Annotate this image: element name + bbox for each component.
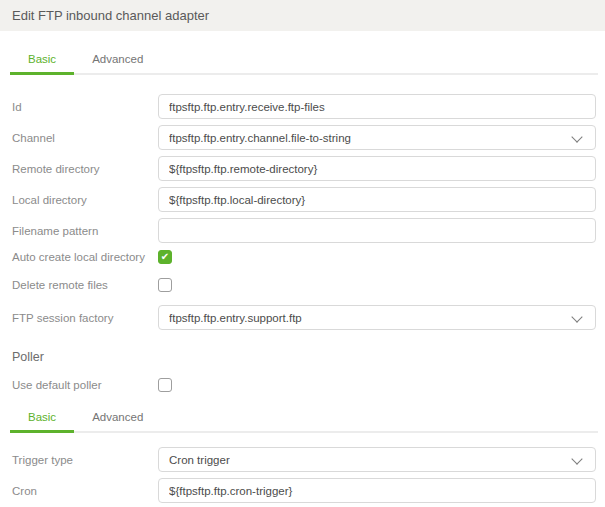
ftp-session-factory-select[interactable]: ftpsftp.ftp.entry.support.ftp	[158, 305, 596, 330]
field-row-remote-directory: Remote directory	[0, 156, 605, 181]
poller-form: Trigger type Cron trigger Cron	[0, 447, 605, 503]
channel-select-value: ftpsftp.ftp.entry.channel.file-to-string	[169, 132, 351, 144]
remote-directory-control	[158, 156, 596, 181]
auto-create-control: ✔	[158, 250, 596, 264]
remote-directory-input[interactable]	[158, 156, 596, 181]
page-header: Edit FTP inbound channel adapter	[0, 0, 605, 31]
local-directory-control	[158, 187, 596, 212]
main-form: Id Channel ftpsftp.ftp.entry.channel.fil…	[0, 94, 605, 330]
poller-tab-basic[interactable]: Basic	[10, 405, 74, 431]
id-label: Id	[12, 101, 158, 113]
cron-control	[158, 478, 596, 503]
filename-pattern-label: Filename pattern	[12, 225, 158, 237]
field-row-auto-create-local-directory: Auto create local directory ✔	[0, 249, 605, 265]
poller-tab-advanced[interactable]: Advanced	[74, 405, 161, 431]
main-tabrow: Basic Advanced	[10, 47, 598, 75]
remote-directory-label: Remote directory	[12, 163, 158, 175]
poller-section-heading: Poller	[12, 350, 605, 364]
auto-create-local-directory-label: Auto create local directory	[12, 251, 158, 263]
cron-input[interactable]	[158, 478, 596, 503]
page-title: Edit FTP inbound channel adapter	[12, 8, 209, 23]
field-row-id: Id	[0, 94, 605, 119]
field-row-use-default-poller: Use default poller ✔	[0, 377, 605, 393]
tab-advanced[interactable]: Advanced	[74, 47, 161, 73]
id-control	[158, 94, 596, 119]
tab-basic[interactable]: Basic	[10, 47, 74, 73]
auto-create-local-directory-checkbox[interactable]: ✔	[158, 250, 172, 264]
trigger-type-label: Trigger type	[12, 454, 158, 466]
field-row-delete-remote-files: Delete remote files ✔	[0, 277, 605, 293]
channel-control: ftpsftp.ftp.entry.channel.file-to-string	[158, 125, 596, 150]
cron-label: Cron	[12, 485, 158, 497]
field-row-channel: Channel ftpsftp.ftp.entry.channel.file-t…	[0, 125, 605, 150]
ftp-session-factory-control: ftpsftp.ftp.entry.support.ftp	[158, 305, 596, 330]
use-default-poller-checkbox[interactable]: ✔	[158, 378, 172, 392]
channel-select[interactable]: ftpsftp.ftp.entry.channel.file-to-string	[158, 125, 596, 150]
trigger-type-select[interactable]: Cron trigger	[158, 447, 596, 472]
field-row-local-directory: Local directory	[0, 187, 605, 212]
check-icon: ✔	[159, 250, 171, 264]
ftp-session-factory-label: FTP session factory	[12, 312, 158, 324]
trigger-type-select-value: Cron trigger	[169, 454, 230, 466]
field-row-cron: Cron	[0, 478, 605, 503]
filename-pattern-control	[158, 218, 596, 243]
delete-remote-files-control: ✔	[158, 278, 596, 292]
delete-remote-files-checkbox[interactable]: ✔	[158, 278, 172, 292]
filename-pattern-input[interactable]	[158, 218, 596, 243]
field-row-filename-pattern: Filename pattern	[0, 218, 605, 243]
channel-label: Channel	[12, 132, 158, 144]
trigger-type-control: Cron trigger	[158, 447, 596, 472]
poller-tabbar: Basic Advanced	[10, 405, 598, 433]
delete-remote-files-label: Delete remote files	[12, 279, 158, 291]
use-default-poller-label: Use default poller	[12, 379, 158, 391]
local-directory-label: Local directory	[12, 194, 158, 206]
local-directory-input[interactable]	[158, 187, 596, 212]
main-tabbar: Basic Advanced	[10, 47, 598, 75]
id-input[interactable]	[158, 94, 596, 119]
poller-tabrow: Basic Advanced	[10, 405, 598, 433]
use-default-poller-control: ✔	[158, 378, 596, 392]
field-row-ftp-session-factory: FTP session factory ftpsftp.ftp.entry.su…	[0, 305, 605, 330]
ftp-session-factory-select-value: ftpsftp.ftp.entry.support.ftp	[169, 312, 302, 324]
field-row-trigger-type: Trigger type Cron trigger	[0, 447, 605, 472]
